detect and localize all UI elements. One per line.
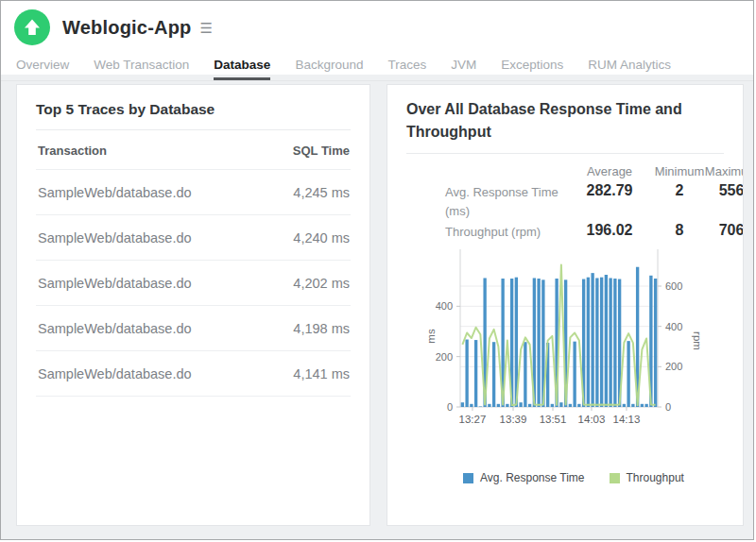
column-maximum: Maximum	[697, 164, 744, 178]
tab-overview[interactable]: Overview	[16, 52, 69, 80]
top-traces-panel: Top 5 Traces by Database Transaction SQL…	[16, 84, 370, 526]
tab-jvm[interactable]: JVM	[451, 52, 476, 80]
transaction-link[interactable]: SampleWeb/database.do	[38, 185, 192, 200]
table-row[interactable]: SampleWeb/database.do 4,240 ms	[36, 215, 351, 261]
tab-exceptions[interactable]: Exceptions	[501, 52, 563, 80]
svg-text:0: 0	[447, 401, 453, 413]
svg-text:400: 400	[665, 321, 682, 332]
transaction-link[interactable]: SampleWeb/database.do	[38, 230, 192, 246]
svg-text:rpm: rpm	[692, 331, 703, 350]
stats-row-throughput: Throughput (rpm) 196.02 8 706	[406, 222, 724, 245]
stats-row-label: Avg. Response Time (ms)	[445, 183, 573, 221]
svg-text:ms: ms	[425, 329, 437, 344]
response-throughput-title: Over All Database Response Time and Thro…	[406, 98, 711, 144]
table-row[interactable]: SampleWeb/database.do 4,198 ms	[36, 306, 351, 351]
legend-item-throughput[interactable]: Throughput	[610, 471, 684, 484]
tab-database[interactable]: Database	[214, 52, 270, 80]
column-sql-time: SQL Time	[293, 144, 350, 158]
sql-time-value: 4,240 ms	[293, 230, 350, 246]
svg-text:13:51: 13:51	[540, 414, 567, 425]
column-transaction: Transaction	[38, 144, 107, 158]
response-throughput-panel: Over All Database Response Time and Thro…	[387, 84, 744, 526]
content-area: Top 5 Traces by Database Transaction SQL…	[1, 75, 753, 526]
hamburger-menu-icon[interactable]: ☰	[199, 20, 212, 37]
tab-background[interactable]: Background	[295, 52, 363, 80]
stats-header-row: Average Minimum Maximum	[406, 161, 724, 182]
table-row[interactable]: SampleWeb/database.do 4,202 ms	[36, 261, 351, 306]
legend-item-avg-response-time[interactable]: Avg. Response Time	[463, 471, 585, 484]
sql-time-value: 4,198 ms	[293, 321, 350, 336]
svg-text:200: 200	[665, 361, 682, 372]
svg-text:0: 0	[665, 401, 671, 413]
svg-text:200: 200	[436, 351, 453, 363]
table-row[interactable]: SampleWeb/database.do 4,141 ms	[36, 351, 351, 397]
chart-legend: Avg. Response Time Throughput	[463, 471, 724, 484]
app-title: Weblogic-App	[62, 17, 191, 39]
transaction-link[interactable]: SampleWeb/database.do	[38, 276, 192, 291]
divider	[406, 153, 724, 154]
stats-row-label: Throughput (rpm)	[445, 223, 573, 242]
svg-text:13:39: 13:39	[500, 414, 527, 425]
traces-table-header: Transaction SQL Time	[36, 130, 351, 170]
avg-response-average: 282.79	[576, 182, 644, 199]
tab-rum-analytics[interactable]: RUM Analytics	[588, 52, 671, 80]
chart-area: 02004000200400600msrpm13:2713:3913:5114:…	[406, 246, 724, 435]
sql-time-value: 4,141 ms	[293, 366, 350, 381]
throughput-average: 196.02	[576, 222, 644, 239]
title-row: Weblogic-App ☰	[1, 1, 753, 45]
stats-table: Average Minimum Maximum Avg. Response Ti…	[406, 161, 724, 245]
column-average: Average	[576, 164, 644, 178]
top-traces-title: Top 5 Traces by Database	[36, 98, 351, 120]
sql-time-value: 4,245 ms	[293, 185, 350, 200]
table-row[interactable]: SampleWeb/database.do 4,245 ms	[36, 170, 351, 215]
sql-time-value: 4,202 ms	[293, 276, 350, 291]
app-status-badge	[14, 9, 50, 45]
svg-text:600: 600	[665, 280, 682, 292]
avg-response-maximum: 556	[697, 182, 744, 199]
svg-text:14:13: 14:13	[613, 414, 641, 425]
svg-text:13:27: 13:27	[459, 414, 487, 425]
up-arrow-icon	[14, 9, 50, 45]
transaction-link[interactable]: SampleWeb/database.do	[38, 366, 192, 381]
transaction-link[interactable]: SampleWeb/database.do	[38, 321, 192, 336]
app-window: Weblogic-App ☰ Overview Web Transaction …	[0, 0, 754, 540]
stats-row-response-time: Avg. Response Time (ms) 282.79 2 556	[406, 182, 724, 222]
tab-traces[interactable]: Traces	[387, 52, 426, 80]
throughput-maximum: 706	[697, 222, 744, 239]
svg-text:14:03: 14:03	[578, 414, 606, 425]
app-header: Weblogic-App ☰ Overview Web Transaction …	[1, 1, 753, 75]
svg-text:400: 400	[436, 300, 453, 312]
tab-web-transaction[interactable]: Web Transaction	[94, 52, 189, 80]
blue-swatch-icon	[463, 473, 473, 483]
green-swatch-icon	[610, 473, 620, 483]
response-throughput-chart[interactable]: 02004000200400600msrpm13:2713:3913:5114:…	[406, 246, 730, 432]
